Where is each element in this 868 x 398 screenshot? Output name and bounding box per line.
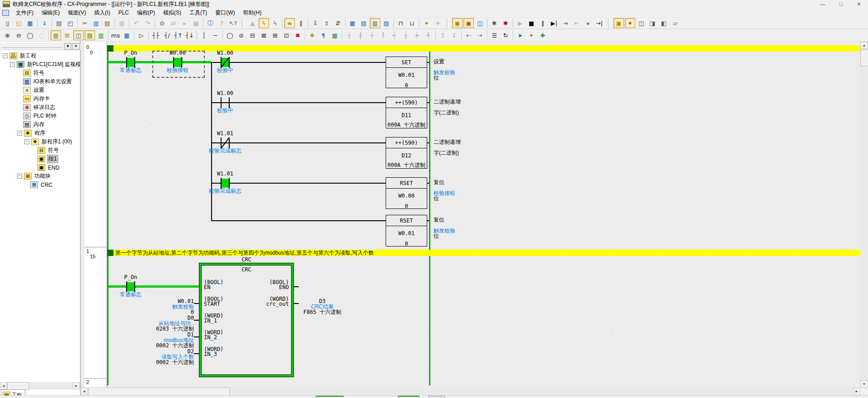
trace-4-button[interactable]: ╀ xyxy=(378,30,388,40)
trace-6-button[interactable]: ╁ xyxy=(401,30,411,40)
tree-item-plc-clock[interactable]: ◷PLC 时钟 xyxy=(0,112,80,120)
zoom-custom-button[interactable]: ◌ xyxy=(36,30,47,40)
show-comments-button[interactable]: ⊞ xyxy=(62,30,72,40)
scroll-down-icon[interactable]: ▼ xyxy=(860,380,868,388)
tree-item-memory[interactable]: ▤内存 xyxy=(0,120,80,129)
watch-window-button[interactable]: ▦ xyxy=(347,18,358,28)
browse-back-button[interactable]: ➤ xyxy=(515,30,525,40)
data-display-button[interactable]: ▥ xyxy=(96,30,106,40)
print-preview-button[interactable]: ◰ xyxy=(65,18,75,28)
toggle-project-window-button[interactable]: ▣ xyxy=(613,18,624,28)
trace-8-button[interactable]: ╃ xyxy=(423,30,434,40)
program-verify-button[interactable]: ❖ xyxy=(307,30,317,40)
tree-item-error-log[interactable]: ⊗错误日志 xyxy=(0,103,80,112)
time-chart-monitor-button[interactable]: ▦ xyxy=(122,30,132,40)
symbol-bar-button[interactable]: ◫ xyxy=(73,30,84,40)
new-contact-button[interactable]: ┤├ xyxy=(151,30,161,40)
select-mode-button[interactable]: ▷ xyxy=(136,30,146,40)
collapse-icon[interactable]: − xyxy=(17,131,22,136)
monitor-hand-button[interactable]: ✱ xyxy=(489,18,500,28)
new-horizontal-button[interactable]: ─ xyxy=(210,30,221,40)
close-icon[interactable]: ✕ xyxy=(850,0,868,8)
rung-comment-button[interactable]: ¶ xyxy=(318,30,329,40)
scroll-up-icon[interactable]: ▲ xyxy=(860,42,868,49)
transfer-from-plc-button[interactable]: ⇧ xyxy=(321,18,332,28)
memory-view-button[interactable]: ▥ xyxy=(370,18,380,28)
trace-1-button[interactable]: ┼ xyxy=(344,30,354,40)
ladder-canvas[interactable]: P_On常通标志W0.00校验按钮W1.00校验中SETW0.010设置触发校验… xyxy=(107,42,861,388)
tree-item-function-blocks[interactable]: −⊞功能块 xyxy=(0,172,80,180)
find-report-button[interactable]: ▩ xyxy=(191,18,201,28)
release-protection-button[interactable]: ✧ xyxy=(433,18,443,28)
menu-编程P[interactable]: 编程(P) xyxy=(133,8,159,17)
tree-item-settings[interactable]: ≡设置 xyxy=(0,86,80,95)
symbol-lookup-button[interactable]: ✦ xyxy=(526,30,537,40)
indent-rung-button[interactable]: ⇢ xyxy=(475,30,485,40)
instruction-block-RSET[interactable]: RSETW0.000 xyxy=(386,177,427,209)
new-instruction-button[interactable]: ⊟ xyxy=(247,30,258,40)
tree-item-programs[interactable]: −❖程序 xyxy=(0,129,80,137)
pause-button[interactable]: ∥ xyxy=(538,18,548,28)
transfer-to-plc-button[interactable]: ⇩ xyxy=(310,18,321,28)
new-instruction-closed-button[interactable]: ⊠ xyxy=(259,30,269,40)
trace-7-button[interactable]: ┿ xyxy=(412,30,422,40)
go-next-button[interactable]: ↧ xyxy=(449,30,459,40)
contact-P_On[interactable] xyxy=(126,281,135,292)
save-to-card-button[interactable]: ⇓ xyxy=(39,18,50,28)
print-button[interactable]: ▤ xyxy=(54,18,64,28)
trace-2-button[interactable]: ╂ xyxy=(355,30,366,40)
rung-comment-bar[interactable]: 第一个字节为从站地址,第二个字节为功能码,第三个与第四个为modbus地址,第五… xyxy=(113,250,861,256)
stop-button[interactable]: ■ xyxy=(526,18,537,28)
collapse-icon[interactable]: − xyxy=(17,174,22,179)
tree-item-section[interactable]: ▣段1 xyxy=(0,155,80,163)
toggle-cross-reference-button[interactable]: ◨ xyxy=(647,18,658,28)
monitoring-button[interactable]: ∞ xyxy=(284,18,295,28)
paste-special-button[interactable]: ▧ xyxy=(117,18,127,28)
run-button[interactable]: ▶ xyxy=(515,18,525,28)
tree-item-fb-definition[interactable]: ⊞CRC xyxy=(0,180,80,189)
work-online-button[interactable]: ϟ xyxy=(259,18,269,28)
menu-插入I[interactable]: 插入(I) xyxy=(90,8,114,17)
tree-item-project[interactable]: −品新工程 xyxy=(0,52,80,60)
rung-list-button[interactable]: ☰ xyxy=(489,30,500,40)
menu-工具T[interactable]: 工具(T) xyxy=(185,8,211,17)
trace-3-button[interactable]: ┾ xyxy=(367,30,377,40)
menu-视图V[interactable]: 视图(V) xyxy=(64,8,90,17)
rung-marker[interactable] xyxy=(107,45,113,52)
go-previous-button[interactable]: ↥ xyxy=(438,30,448,40)
instruction-block-++(590)[interactable]: ++(590)D11000A 十六进制 xyxy=(386,97,427,128)
instruction-block-SET[interactable]: SETW0.010 xyxy=(386,57,427,88)
contact-W1.01[interactable] xyxy=(221,137,230,148)
copy-button[interactable]: ▥ xyxy=(91,18,101,28)
output-tab[interactable] xyxy=(429,396,445,398)
data-trace-button[interactable]: ⊔ xyxy=(407,18,417,28)
collapse-icon[interactable]: − xyxy=(10,62,15,67)
replace-button[interactable]: ⇄ xyxy=(168,18,179,28)
toggle-output-window-button[interactable]: ✶ xyxy=(625,18,635,28)
tree-item-plc[interactable]: −▦新PLC1[CJ1M] 监视模式 xyxy=(0,60,80,69)
open-project-button[interactable]: ◱ xyxy=(14,18,24,28)
collapse-icon[interactable]: − xyxy=(24,139,29,144)
find-button[interactable]: ⊙ xyxy=(157,18,167,28)
toggle-address-reference-button[interactable]: ◧ xyxy=(659,18,669,28)
set-protection-button[interactable]: ✦ xyxy=(421,18,432,28)
maximize-icon[interactable]: □ xyxy=(832,0,850,8)
outdent-rung-button[interactable]: ⇠ xyxy=(463,30,474,40)
chevron-down-icon[interactable]: ▼ xyxy=(64,43,71,50)
scroll-right-icon[interactable]: ► xyxy=(73,382,80,389)
fb-parameter-button[interactable]: ⊡ xyxy=(281,30,292,40)
compare-with-plc-button[interactable]: ⇵ xyxy=(333,18,343,28)
tree-item-symbols[interactable]: ⊟符号 xyxy=(0,146,80,155)
watch-window-2-button[interactable]: ▤ xyxy=(359,18,369,28)
rung-marker[interactable] xyxy=(107,250,113,256)
menu-文件F[interactable]: 文件(F) xyxy=(12,8,38,17)
new-contact-up-button[interactable]: ┤↑ xyxy=(173,30,184,40)
tree-item-section-end[interactable]: ▣END xyxy=(0,163,80,172)
vscroll-thumb[interactable] xyxy=(860,50,868,66)
show-grid-button[interactable]: ▦ xyxy=(51,30,61,40)
step-run-button[interactable]: ▶| xyxy=(549,18,559,28)
stop-monitor-hand-button[interactable]: ✱ xyxy=(500,18,511,28)
io-table-dialog-button[interactable]: ▣ xyxy=(452,18,462,28)
contact-P_On[interactable] xyxy=(126,57,135,68)
pause-monitoring-button[interactable]: ∥ xyxy=(296,18,306,28)
